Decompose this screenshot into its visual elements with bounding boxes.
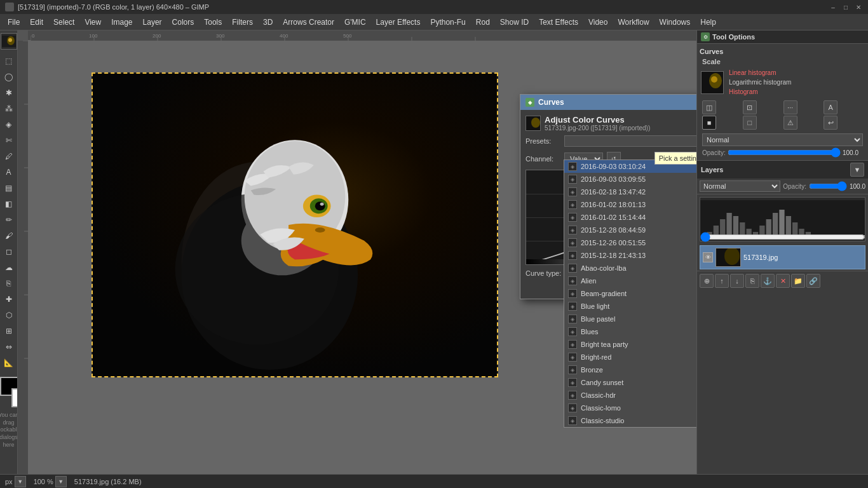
tool-pencil[interactable]: ✏ [1,212,17,227]
menu-help[interactable]: Help [695,14,721,30]
tool-brush[interactable]: 🖌 [1,228,17,243]
preset-item-3[interactable]: ◈ 2016-01-02 18:01:13 [564,198,696,211]
grid-btn-3[interactable]: ··· [783,100,797,114]
grid-btn-2[interactable]: ⊡ [743,100,757,114]
menu-text-effects[interactable]: Text Effects [534,14,583,30]
preset-item-14[interactable]: ◈ Bright tea party [564,338,696,351]
menu-layer[interactable]: Layer [138,14,167,30]
menu-gmic[interactable]: G'MIC [339,14,371,30]
tool-scissors[interactable]: ✄ [1,133,17,148]
background-color[interactable] [11,388,18,407]
tool-fuzzy-select[interactable]: ⁂ [1,101,17,116]
preset-icon-9: ◈ [568,276,577,285]
minimize-button[interactable]: – [829,3,837,11]
preset-icon-4: ◈ [568,213,577,222]
tool-bucket[interactable]: ▤ [1,180,17,196]
layer-lower-btn[interactable]: ↓ [730,274,744,288]
grid-btn-1[interactable]: ◫ [702,100,716,114]
maximize-button[interactable]: □ [841,3,850,11]
preset-item-18[interactable]: ◈ Classic-hdr [564,389,696,402]
tool-text[interactable]: A [1,165,17,180]
preset-item-17[interactable]: ◈ Candy sunset [564,376,696,389]
preset-icon-16: ◈ [568,365,577,374]
layer-thumbnail-small[interactable] [1,33,17,50]
opacity-slider[interactable] [728,149,841,156]
layer-mode-select[interactable]: Normal [700,180,780,192]
tool-perspective[interactable]: ⬡ [1,308,17,323]
layer-duplicate-btn[interactable]: ⎘ [745,274,759,288]
preset-item-2[interactable]: ◈ 2016-02-18 13:47:42 [564,186,696,198]
presets-input[interactable] [564,135,696,147]
menu-tools[interactable]: Tools [199,14,227,30]
menu-windows[interactable]: Windows [654,14,696,30]
menu-3d[interactable]: 3D [258,14,278,30]
close-button[interactable]: ✕ [854,3,863,11]
tool-rect-select[interactable]: ⬚ [1,53,17,69]
menu-workflow[interactable]: Workflow [613,14,654,30]
preset-item-20[interactable]: ◈ Classic-studio [564,414,696,427]
histogram-slider[interactable] [700,234,865,240]
menu-show-id[interactable]: Show ID [495,14,534,30]
layer-raise-btn[interactable]: ↑ [715,274,729,288]
tool-transform[interactable]: ⊞ [1,323,17,339]
preset-item-15[interactable]: ◈ Bright-red [564,351,696,363]
layers-btn-1[interactable]: ▼ [850,163,864,177]
layer-chain-btn[interactable]: 🔗 [806,274,820,288]
tool-clone[interactable]: ⎘ [1,276,17,291]
tool-ellipse-select[interactable]: ◯ [1,69,17,85]
preset-item-19[interactable]: ◈ Classic-lomo [564,402,696,414]
menu-arrows-creator[interactable]: Arrows Creator [278,14,339,30]
grid-btn-7[interactable]: ⚠ [783,116,797,130]
layer-anchor-btn[interactable]: ⚓ [761,274,775,288]
tool-color-select[interactable]: ◈ [1,117,17,132]
menu-rod[interactable]: Rod [471,14,495,30]
layer-opacity-slider[interactable] [809,182,847,190]
preset-item-10[interactable]: ◈ Beam-gradient [564,287,696,300]
grid-btn-6[interactable]: □ [743,116,757,130]
preset-item-7[interactable]: ◈ 2015-12-18 21:43:13 [564,249,696,262]
unit-dropdown-btn[interactable]: ▼ [15,476,26,487]
preset-item-4[interactable]: ◈ 2016-01-02 15:14:44 [564,211,696,224]
tool-airbrush[interactable]: ☁ [1,260,17,275]
layer-item[interactable]: 👁 517319.jpg [700,245,865,269]
tool-blend[interactable]: ◧ [1,196,17,212]
layer-name: 517319.jpg [743,254,778,261]
zoom-dropdown-btn[interactable]: ▼ [55,476,67,487]
curves-titlebar: ◈ Curves ✕ [520,95,696,110]
preset-item-16[interactable]: ◈ Bronze [564,363,696,376]
preset-item-11[interactable]: ◈ Blue light [564,300,696,313]
menu-layer-effects[interactable]: Layer Effects [371,14,426,30]
menu-file[interactable]: File [3,14,25,30]
grid-btn-5[interactable]: ■ [702,116,716,130]
preset-dropdown[interactable]: ◈ 2016-09-03 03:10:24 ◈ 2016-09-03 03:09… [564,159,696,428]
preset-item-5[interactable]: ◈ 2015-12-28 08:44:59 [564,224,696,236]
tool-free-select[interactable]: ✱ [1,85,17,100]
tool-heal[interactable]: ✚ [1,292,17,307]
menu-edit[interactable]: Edit [25,14,48,30]
menu-view[interactable]: View [79,14,106,30]
preset-item-9[interactable]: ◈ Alien [564,274,696,287]
layer-folder-btn[interactable]: 📁 [791,274,805,288]
title-bar-buttons[interactable]: – □ ✕ [829,3,863,11]
menu-filters[interactable]: Filters [227,14,258,30]
tool-eraser[interactable]: ◻ [1,244,17,259]
preset-item-1[interactable]: ◈ 2016-09-03 03:09:55 [564,173,696,186]
grid-btn-8[interactable]: ↩ [824,116,837,130]
menu-python-fu[interactable]: Python-Fu [425,14,470,30]
tool-measure[interactable]: 📐 [1,355,17,370]
mode-select[interactable]: Normal [702,133,863,146]
menu-video[interactable]: Video [583,14,613,30]
tool-paths[interactable]: 🖊 [1,149,17,164]
menu-colors[interactable]: Colors [167,14,200,30]
tool-flip[interactable]: ⇔ [1,339,17,355]
layer-visibility-toggle[interactable]: 👁 [703,252,713,262]
preset-item-8[interactable]: ◈ Abao-color-lba [564,262,696,274]
menu-image[interactable]: Image [106,14,137,30]
menu-select[interactable]: Select [48,14,79,30]
layer-new-btn[interactable]: ⊕ [700,274,714,288]
preset-item-6[interactable]: ◈ 2015-12-26 00:51:55 [564,236,696,249]
grid-btn-4[interactable]: A [824,100,837,114]
preset-item-13[interactable]: ◈ Blues [564,325,696,338]
layer-delete-btn[interactable]: ✕ [776,274,790,288]
preset-item-12[interactable]: ◈ Blue pastel [564,313,696,325]
